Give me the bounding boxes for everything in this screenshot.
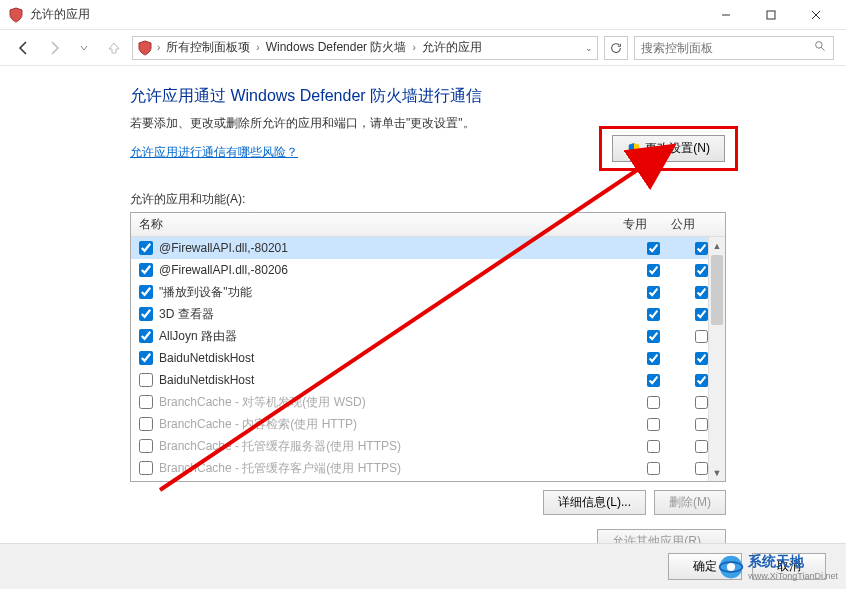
row-enable-checkbox[interactable] <box>139 307 153 321</box>
scroll-up-icon[interactable]: ▲ <box>709 237 725 254</box>
remove-button[interactable]: 删除(M) <box>654 490 726 515</box>
watermark: 系统天地 www.XiTongTianDi.net <box>718 553 838 581</box>
list-row[interactable]: @FirewallAPI.dll,-80201 <box>131 237 725 259</box>
watermark-icon <box>718 554 744 580</box>
details-button[interactable]: 详细信息(L)... <box>543 490 646 515</box>
refresh-button[interactable] <box>604 36 628 60</box>
scrollbar[interactable]: ▲ ▼ <box>708 237 725 481</box>
change-settings-label: 更改设置(N) <box>645 140 710 157</box>
row-private-checkbox[interactable] <box>647 308 660 321</box>
minimize-button[interactable] <box>703 0 748 30</box>
recent-dropdown[interactable] <box>72 36 96 60</box>
row-enable-checkbox[interactable] <box>139 351 153 365</box>
col-header-private[interactable]: 专用 <box>611 216 659 233</box>
row-enable-checkbox[interactable] <box>139 241 153 255</box>
change-settings-button[interactable]: 更改设置(N) <box>612 135 725 162</box>
breadcrumb-item-1[interactable]: 所有控制面板项 <box>164 39 252 56</box>
list-row[interactable]: BranchCache - 内容检索(使用 HTTP) <box>131 413 725 435</box>
svg-line-5 <box>821 47 824 50</box>
row-private-checkbox[interactable] <box>647 286 660 299</box>
back-button[interactable] <box>12 36 36 60</box>
row-public-checkbox[interactable] <box>695 264 708 277</box>
row-private-checkbox[interactable] <box>647 418 660 431</box>
breadcrumb[interactable]: › 所有控制面板项 › Windows Defender 防火墙 › 允许的应用… <box>132 36 598 60</box>
list-row[interactable]: BranchCache - 对等机发现(使用 WSD) <box>131 391 725 413</box>
row-public-checkbox[interactable] <box>695 440 708 453</box>
row-enable-checkbox[interactable] <box>139 329 153 343</box>
up-button[interactable] <box>102 36 126 60</box>
search-box[interactable] <box>634 36 834 60</box>
row-name-label: BranchCache - 内容检索(使用 HTTP) <box>159 416 629 433</box>
row-public-checkbox[interactable] <box>695 308 708 321</box>
svg-point-4 <box>816 41 823 48</box>
control-panel-icon <box>137 40 153 56</box>
row-private-checkbox[interactable] <box>647 440 660 453</box>
forward-button[interactable] <box>42 36 66 60</box>
uac-shield-icon <box>627 142 641 156</box>
list-row[interactable]: BaiduNetdiskHost <box>131 369 725 391</box>
apps-listbox: 名称 专用 公用 @FirewallAPI.dll,-80201@Firewal… <box>130 212 726 482</box>
row-name-label: @FirewallAPI.dll,-80201 <box>159 241 629 255</box>
chevron-right-icon: › <box>412 42 415 53</box>
svg-rect-1 <box>767 11 775 19</box>
breadcrumb-item-3[interactable]: 允许的应用 <box>420 39 484 56</box>
list-row[interactable]: BranchCache - 托管缓存客户端(使用 HTTPS) <box>131 457 725 479</box>
row-name-label: BaiduNetdiskHost <box>159 373 629 387</box>
list-header: 名称 专用 公用 <box>131 213 725 237</box>
row-private-checkbox[interactable] <box>647 396 660 409</box>
chevron-right-icon: › <box>256 42 259 53</box>
search-input[interactable] <box>641 41 814 55</box>
chevron-down-icon[interactable]: ⌄ <box>585 43 593 53</box>
row-name-label: "播放到设备"功能 <box>159 284 629 301</box>
page-heading: 允许应用通过 Windows Defender 防火墙进行通信 <box>130 86 726 107</box>
list-row[interactable]: "播放到设备"功能 <box>131 281 725 303</box>
row-name-label: BranchCache - 托管缓存客户端(使用 HTTPS) <box>159 460 629 477</box>
list-row[interactable]: @FirewallAPI.dll,-80206 <box>131 259 725 281</box>
row-name-label: BaiduNetdiskHost <box>159 351 629 365</box>
col-header-public[interactable]: 公用 <box>659 216 707 233</box>
breadcrumb-item-2[interactable]: Windows Defender 防火墙 <box>264 39 409 56</box>
watermark-name: 系统天地 <box>748 553 804 569</box>
row-enable-checkbox[interactable] <box>139 285 153 299</box>
app-shield-icon <box>8 7 24 23</box>
row-public-checkbox[interactable] <box>695 330 708 343</box>
row-public-checkbox[interactable] <box>695 242 708 255</box>
list-row[interactable]: BranchCache - 托管缓存服务器(使用 HTTPS) <box>131 435 725 457</box>
risk-link[interactable]: 允许应用进行通信有哪些风险？ <box>130 145 298 159</box>
row-private-checkbox[interactable] <box>647 352 660 365</box>
row-name-label: 3D 查看器 <box>159 306 629 323</box>
row-name-label: BranchCache - 对等机发现(使用 WSD) <box>159 394 629 411</box>
list-row[interactable]: BaiduNetdiskHost <box>131 347 725 369</box>
maximize-button[interactable] <box>748 0 793 30</box>
chevron-right-icon: › <box>157 42 160 53</box>
row-private-checkbox[interactable] <box>647 374 660 387</box>
list-row[interactable]: AllJoyn 路由器 <box>131 325 725 347</box>
row-private-checkbox[interactable] <box>647 264 660 277</box>
row-public-checkbox[interactable] <box>695 352 708 365</box>
row-enable-checkbox[interactable] <box>139 417 153 431</box>
row-public-checkbox[interactable] <box>695 374 708 387</box>
row-public-checkbox[interactable] <box>695 462 708 475</box>
list-label: 允许的应用和功能(A): <box>130 191 726 208</box>
row-name-label: AllJoyn 路由器 <box>159 328 629 345</box>
list-row[interactable]: 3D 查看器 <box>131 303 725 325</box>
row-enable-checkbox[interactable] <box>139 439 153 453</box>
row-private-checkbox[interactable] <box>647 242 660 255</box>
window-title: 允许的应用 <box>30 6 703 23</box>
scroll-down-icon[interactable]: ▼ <box>709 464 725 481</box>
row-private-checkbox[interactable] <box>647 462 660 475</box>
row-name-label: BranchCache - 托管缓存服务器(使用 HTTPS) <box>159 438 629 455</box>
row-enable-checkbox[interactable] <box>139 395 153 409</box>
row-enable-checkbox[interactable] <box>139 263 153 277</box>
row-enable-checkbox[interactable] <box>139 373 153 387</box>
row-public-checkbox[interactable] <box>695 418 708 431</box>
row-enable-checkbox[interactable] <box>139 461 153 475</box>
close-button[interactable] <box>793 0 838 30</box>
row-public-checkbox[interactable] <box>695 396 708 409</box>
col-header-name[interactable]: 名称 <box>131 216 611 233</box>
row-private-checkbox[interactable] <box>647 330 660 343</box>
scroll-thumb[interactable] <box>711 255 723 325</box>
search-icon[interactable] <box>814 40 827 56</box>
row-public-checkbox[interactable] <box>695 286 708 299</box>
watermark-url: www.XiTongTianDi.net <box>748 571 838 581</box>
